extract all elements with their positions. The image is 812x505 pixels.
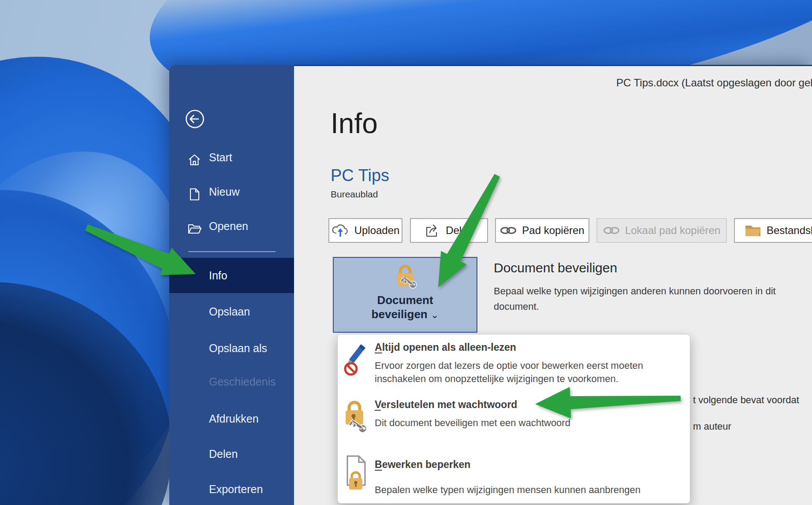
menu-item-title: Bewerken beperken [375,459,470,471]
menu-item-always-readonly[interactable]: Altijd openen als alleen-lezen Ervoor zo… [338,334,690,389]
button-label: Lokaal pad kopiëren [625,224,720,237]
back-arrow-icon [185,109,205,129]
link-icon [500,226,517,235]
link-icon [603,226,620,235]
button-label: Uploaden [354,224,400,237]
sidebar-item-label: Openen [209,214,248,238]
menu-item-restrict-editing[interactable]: Bewerken beperken Bepalen welke typen wi… [338,448,690,504]
partial-text-inspect: t volgende bevat voordat [693,394,799,406]
open-folder-icon [187,219,201,234]
open-file-location-button[interactable]: Bestandslocatie openen [734,218,812,243]
home-icon [187,151,201,165]
sidebar-item-opslaan[interactable]: Opslaan [169,299,294,324]
sidebar-item-label: Opslaan [209,299,250,324]
sidebar-item-exporteren[interactable]: Exporteren [169,477,294,501]
lock-key-icon [334,262,477,293]
menu-item-description: Ervoor zorgen dat lezers de optie voor b… [375,359,661,386]
sidebar-item-label: Nieuw [209,179,239,204]
sidebar-item-label: Afdrukken [209,406,259,431]
cloud-upload-icon [332,223,349,238]
description-line: document. [494,299,802,314]
protect-document-button[interactable]: Document beveiligen ⌄ [333,257,477,333]
readonly-pencil-icon [339,342,371,382]
menu-item-encrypt-with-password[interactable]: Versleutelen met wachtwoord Dit document… [338,389,690,448]
sidebar-item-label: Exporteren [209,477,263,501]
sidebar-item-delen[interactable]: Delen [169,442,294,466]
protect-document-dropdown-menu: Altijd openen als alleen-lezen Ervoor zo… [337,334,690,504]
upload-button[interactable]: Uploaden [328,218,402,243]
copy-local-path-button-disabled: Lokaal pad kopiëren [596,218,727,243]
copy-path-button[interactable]: Pad kopiëren [495,218,589,243]
sidebar-item-openen[interactable]: Openen [169,214,294,238]
sidebar-item-nieuw[interactable]: Nieuw [169,179,294,204]
sidebar-item-label: Delen [209,442,238,466]
sidebar-item-info-selected[interactable]: Info [169,258,294,293]
button-label: Bestandslocatie openen [767,224,812,237]
button-label: Pad kopiëren [522,224,584,237]
protect-button-label-line2: beveiligen [372,308,428,321]
protect-section-description: Bepaal welke typen wijzigingen anderen k… [494,283,802,314]
lock-key-icon [342,398,370,442]
menu-item-title: Altijd openen als alleen-lezen [375,342,516,353]
sidebar-item-label: Info [209,258,227,293]
document-lock-icon [345,454,371,500]
document-name: PC Tips [331,166,389,185]
sidebar-item-afdrukken[interactable]: Afdrukken [169,406,294,431]
sidebar-item-geschiedenis-disabled: Geschiedenis [169,369,294,394]
button-label: Delen [446,224,473,237]
menu-item-description: Dit document beveiligen met een wachtwoo… [375,416,661,430]
folder-icon [745,223,761,238]
document-location: Bureaublad [331,189,378,200]
chevron-down-icon: ⌄ [431,309,439,320]
window-top-border [294,65,812,66]
menu-item-description: Bepalen welke typen wijzigingen mensen k… [375,483,661,497]
protect-button-label-line1: Document [334,293,477,307]
sidebar-item-start[interactable]: Start [169,145,294,170]
backstage-sidebar: Start Nieuw Openen Info Opslaan [169,65,294,505]
description-line: Bepaal welke typen wijzigingen anderen k… [494,283,802,299]
menu-item-title: Versleutelen met wachtwoord [375,399,517,411]
page-title: Info [331,107,378,140]
back-button[interactable] [185,109,205,129]
sidebar-item-opslaan-als[interactable]: Opslaan als [169,336,294,360]
protect-section-heading: Document beveiligen [494,260,617,275]
share-icon [425,223,440,238]
sidebar-item-label: Start [209,145,232,170]
share-button[interactable]: Delen [410,218,488,243]
sidebar-item-label: Opslaan als [209,336,267,360]
partial-text-author: m auteur [693,421,731,432]
sidebar-divider [188,251,276,252]
new-document-icon [187,185,201,199]
sidebar-item-label: Geschiedenis [209,369,276,394]
document-title: PC Tips.docx (Laatst opgeslagen door geb [616,77,812,89]
screenshot-stage: Start Nieuw Openen Info Opslaan [0,0,812,505]
word-backstage-window: Start Nieuw Openen Info Opslaan [169,65,812,505]
